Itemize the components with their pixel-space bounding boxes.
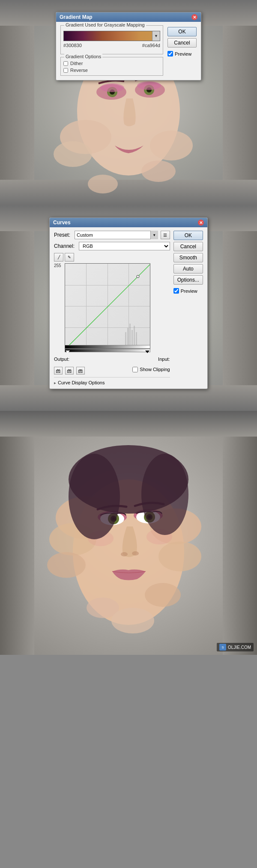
curves-preview-row: Preview <box>173 288 203 294</box>
black-eyedropper[interactable]: 🖄 <box>54 367 63 375</box>
preset-select[interactable]: Custom <box>75 231 158 239</box>
svg-rect-23 <box>136 332 137 345</box>
show-clipping-checkbox[interactable] <box>132 367 138 372</box>
gradient-options-label: Gradient Options <box>64 54 102 59</box>
preset-label: Preset: <box>54 232 72 238</box>
x-axis-gradient <box>65 349 150 352</box>
svg-point-13 <box>137 81 161 90</box>
curves-layout: Preset: Custom ▼ ☰ Channel: <box>54 231 203 385</box>
svg-point-29 <box>47 552 86 578</box>
curves-body: Preset: Custom ▼ ☰ Channel: <box>50 227 207 389</box>
svg-rect-21 <box>131 330 133 345</box>
input-row: Input: <box>158 357 170 362</box>
curves-preview-label: Preview <box>181 288 197 294</box>
dither-checkbox[interactable] <box>63 61 68 66</box>
curves-draw-tool[interactable]: ╱ <box>54 253 63 262</box>
curves-pencil-tool[interactable]: ✎ <box>65 253 74 262</box>
svg-rect-19 <box>127 328 128 345</box>
curves-cancel-button[interactable]: Cancel <box>173 242 203 251</box>
dither-label: Dither <box>70 61 83 66</box>
curves-graph[interactable] <box>65 263 150 349</box>
preset-select-wrap: Custom ▼ <box>75 231 158 239</box>
svg-point-5 <box>88 175 118 193</box>
channel-select[interactable]: RGB <box>79 242 170 250</box>
curves-right-buttons: OK Cancel Smooth Auto Options... Preview <box>173 231 203 385</box>
show-clipping-row: Show Clipping <box>132 367 170 372</box>
svg-rect-22 <box>134 326 135 345</box>
svg-rect-18 <box>125 332 126 345</box>
face-illustration-result <box>0 411 257 655</box>
curves-auto-button[interactable]: Auto <box>173 264 203 273</box>
input-label: Input: <box>158 357 170 362</box>
curves-dialog: Curves ✕ Preset: Custom ▼ ☰ <box>49 217 208 389</box>
preset-settings-button[interactable]: ☰ <box>161 231 170 239</box>
dialog-body: Gradient Used for Grayscale Mapping ▼ #3… <box>56 22 201 80</box>
gradient-colors-row: #300830 #ca964d <box>63 43 160 48</box>
watermark-logo-text: S <box>221 645 224 649</box>
svg-point-32 <box>145 583 181 607</box>
input-triangle <box>66 351 70 353</box>
curves-y-axis: 255 <box>54 263 61 353</box>
preview-checkbox[interactable] <box>167 51 173 56</box>
curves-smooth-button[interactable]: Smooth <box>173 253 203 262</box>
svg-point-12 <box>100 83 124 92</box>
curves-ok-button[interactable]: OK <box>173 231 203 240</box>
curves-titlebar: Curves ✕ <box>50 218 207 227</box>
close-button[interactable]: ✕ <box>191 14 197 20</box>
curves-options-button[interactable]: Options... <box>173 275 203 285</box>
output-row: Output: <box>54 357 69 362</box>
gray-eyedropper[interactable]: 🖄 <box>65 367 74 375</box>
dialog-title: Gradient Map <box>60 14 93 20</box>
channel-select-wrap: RGB <box>79 242 170 250</box>
curve-line <box>65 264 150 349</box>
curves-close-button[interactable]: ✕ <box>198 220 204 226</box>
dialog-right-buttons: OK Cancel Preview <box>167 25 197 76</box>
section-2: Curves ✕ Preset: Custom ▼ ☰ <box>0 205 257 411</box>
reverse-label: Reverse <box>70 68 88 73</box>
dialog-inner: Gradient Used for Grayscale Mapping ▼ #3… <box>60 25 197 76</box>
curve-display-options-row: ▸ Curve Display Options <box>54 377 170 385</box>
section-3: S OLJIE.COM <box>0 411 257 655</box>
gradient-dropdown-arrow[interactable]: ▼ <box>152 31 160 41</box>
dialog-titlebar: Gradient Map ✕ <box>56 12 201 22</box>
output-input-area: Output: Input: <box>54 355 170 362</box>
eyedropper-clipping-row: 🖄 🖄 🖄 Show Clipping <box>54 364 170 375</box>
preview-label: Preview <box>175 51 191 56</box>
show-clipping-label: Show Clipping <box>140 367 170 372</box>
gradient-from-color: #300830 <box>63 43 82 48</box>
svg-point-31 <box>158 541 201 571</box>
expand-icon[interactable]: ▸ <box>54 380 56 385</box>
preview-row: Preview <box>167 51 197 56</box>
output-label: Output: <box>54 357 69 362</box>
section-1: Gradient Map ✕ Gradient Used for Graysca… <box>0 0 257 205</box>
svg-point-51 <box>141 454 188 535</box>
svg-point-2 <box>54 141 92 167</box>
gradient-preview[interactable]: ▼ <box>63 31 160 41</box>
gradient-map-dialog: Gradient Map ✕ Gradient Used for Graysca… <box>56 12 201 80</box>
curves-tools: ╱ ✎ <box>54 253 170 262</box>
watermark-text: OLJIE.COM <box>228 645 251 650</box>
curves-title: Curves <box>53 220 71 226</box>
svg-point-46 <box>132 551 139 556</box>
svg-point-25 <box>137 275 139 278</box>
preset-row: Preset: Custom ▼ ☰ <box>54 231 170 239</box>
curves-graph-container <box>65 263 150 353</box>
channel-row: Channel: RGB <box>54 242 170 250</box>
white-eyedropper[interactable]: 🖄 <box>76 367 85 375</box>
input-triangle-right <box>145 351 149 353</box>
curves-preview-checkbox[interactable] <box>173 288 179 294</box>
dialog-left-panel: Gradient Used for Grayscale Mapping ▼ #3… <box>60 25 163 76</box>
cancel-button[interactable]: Cancel <box>167 38 197 48</box>
reverse-checkbox[interactable] <box>63 68 68 73</box>
curves-graph-area: 255 <box>54 263 170 353</box>
ok-button[interactable]: OK <box>167 27 197 36</box>
x-axis-strip <box>65 349 150 352</box>
svg-point-45 <box>121 552 128 556</box>
curves-main-panel: Preset: Custom ▼ ☰ Channel: <box>54 231 170 385</box>
eyedropper-row: 🖄 🖄 🖄 <box>54 367 85 375</box>
channel-label: Channel: <box>54 243 76 249</box>
gradient-strip-bottom <box>65 345 150 348</box>
svg-point-4 <box>141 161 176 182</box>
svg-point-50 <box>69 454 120 539</box>
gradient-options-section: Gradient Options Dither Reverse <box>60 57 163 76</box>
